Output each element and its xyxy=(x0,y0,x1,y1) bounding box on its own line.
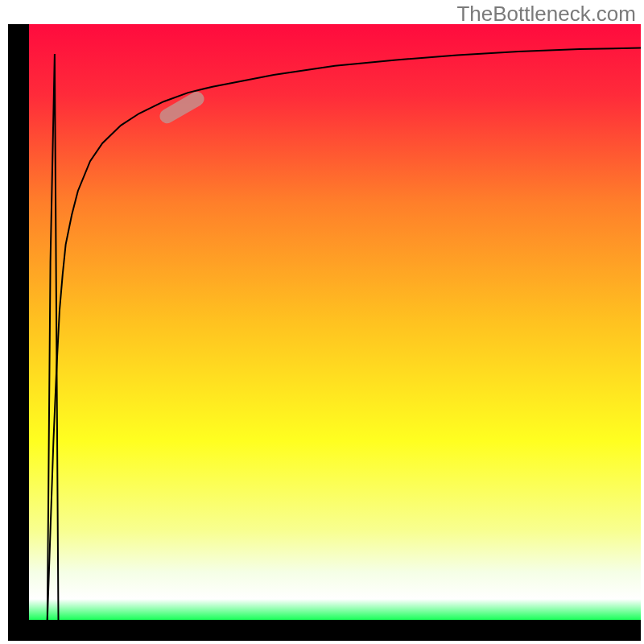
chart-svg xyxy=(0,0,644,644)
watermark-text: TheBottleneck.com xyxy=(456,2,636,27)
x-axis xyxy=(8,620,641,641)
y-axis xyxy=(8,24,29,641)
plot-background xyxy=(29,24,641,620)
chart-container: TheBottleneck.com xyxy=(0,0,644,644)
